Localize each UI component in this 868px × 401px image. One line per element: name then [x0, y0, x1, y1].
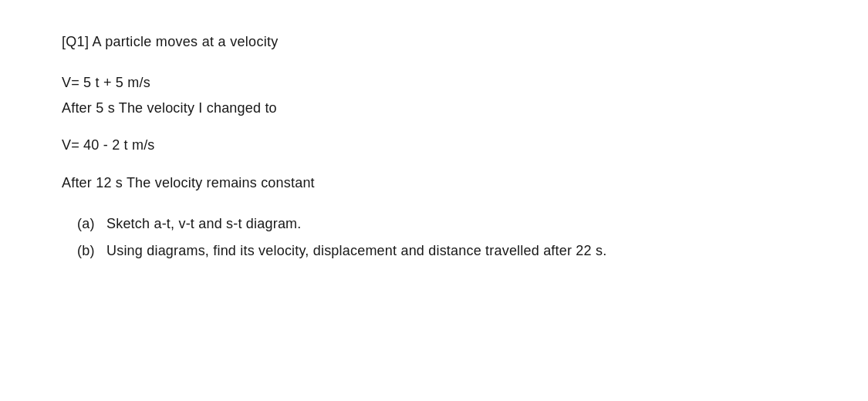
- sub-text-b: Using diagrams, find its velocity, displ…: [106, 240, 606, 262]
- page-container: [Q1] A particle moves at a velocity V= 5…: [0, 0, 868, 401]
- content-block: [Q1] A particle moves at a velocity V= 5…: [62, 31, 606, 267]
- question-title: [Q1] A particle moves at a velocity: [62, 31, 606, 53]
- sub-questions: (a) Sketch a-t, v-t and s-t diagram. (b)…: [62, 213, 606, 262]
- after-line1-text: After 5 s The velocity I changed to: [62, 100, 277, 116]
- section-constant: After 12 s The velocity remains constant: [62, 172, 606, 194]
- section-velocity2: V= 40 - 2 t m/s: [62, 134, 606, 157]
- velocity-eq1-text: V= 5 t + 5 m/s: [62, 75, 150, 90]
- after-line1: After 5 s The velocity I changed to: [62, 97, 606, 120]
- sub-text-a: Sketch a-t, v-t and s-t diagram.: [106, 213, 606, 235]
- sub-question-b: (b) Using diagrams, find its velocity, d…: [77, 240, 606, 262]
- velocity-eq2: V= 40 - 2 t m/s: [62, 134, 606, 157]
- question-title-text: [Q1] A particle moves at a velocity: [62, 34, 279, 49]
- after-constant: After 12 s The velocity remains constant: [62, 172, 606, 194]
- velocity-eq2-text: V= 40 - 2 t m/s: [62, 137, 155, 153]
- sub-label-b: (b): [77, 240, 99, 262]
- section-velocity1: V= 5 t + 5 m/s After 5 s The velocity I …: [62, 72, 606, 120]
- velocity-eq1: V= 5 t + 5 m/s: [62, 72, 606, 94]
- after-constant-text: After 12 s The velocity remains constant: [62, 175, 315, 190]
- sub-label-a: (a): [77, 213, 99, 235]
- sub-question-a: (a) Sketch a-t, v-t and s-t diagram.: [77, 213, 606, 235]
